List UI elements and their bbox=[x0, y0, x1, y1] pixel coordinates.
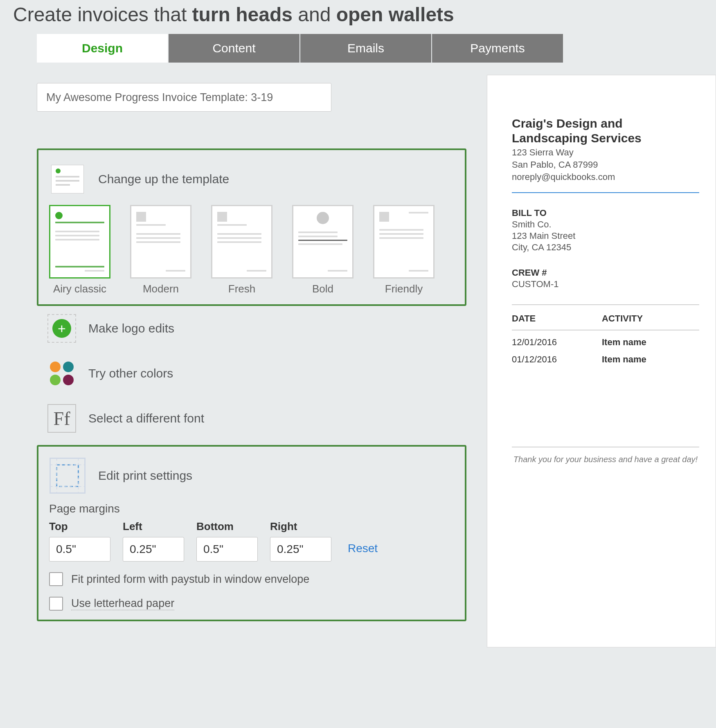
option-try-other-colors[interactable]: Try other colors bbox=[37, 351, 466, 396]
preview-addr1: 123 Sierra Way bbox=[512, 147, 699, 158]
divider-icon bbox=[512, 330, 699, 330]
template-friendly-caption: Friendly bbox=[385, 283, 423, 295]
section-print-settings: Edit print settings Page margins Top Lef… bbox=[37, 445, 466, 621]
tab-emails[interactable]: Emails bbox=[300, 34, 431, 63]
preview-row-activity: Item name bbox=[602, 354, 699, 365]
template-modern[interactable]: Modern bbox=[130, 205, 191, 295]
fit-window-label: Fit printed form with paystub in window … bbox=[71, 573, 309, 586]
invoice-preview: Craig's Design and Landscaping Services … bbox=[487, 75, 716, 647]
template-friendly[interactable]: Friendly bbox=[373, 205, 435, 295]
page-title-b: turn heads bbox=[192, 4, 293, 25]
preview-row-activity: Item name bbox=[602, 337, 699, 348]
template-modern-caption: Modern bbox=[143, 283, 179, 295]
reset-margins-link[interactable]: Reset bbox=[348, 542, 378, 562]
checkbox-use-letterhead[interactable] bbox=[49, 597, 63, 611]
template-airy-classic[interactable]: Airy classic bbox=[49, 205, 110, 295]
preview-crew-label: CREW # bbox=[512, 267, 699, 278]
page-title-a: Create invoices that bbox=[13, 4, 192, 25]
preview-col-activity: ACTIVITY bbox=[602, 313, 699, 324]
tabs: Design Content Emails Payments bbox=[0, 34, 716, 63]
font-icon: Ff bbox=[47, 404, 76, 433]
template-fresh[interactable]: Fresh bbox=[211, 205, 272, 295]
template-airy-caption: Airy classic bbox=[53, 283, 106, 295]
tab-design[interactable]: Design bbox=[37, 34, 168, 63]
color-palette-icon bbox=[47, 359, 76, 388]
letterhead-label: Use letterhead paper bbox=[71, 597, 174, 610]
font-label: Select a different font bbox=[88, 411, 204, 425]
page-title: Create invoices that turn heads and open… bbox=[0, 0, 716, 34]
margin-top-input[interactable] bbox=[49, 537, 110, 562]
page-title-d: open wallets bbox=[336, 4, 454, 25]
margin-top-label: Top bbox=[49, 520, 110, 533]
margin-left-input[interactable] bbox=[123, 537, 184, 562]
section-change-template: Change up the template Airy bbox=[37, 148, 466, 306]
preview-row-date: 12/01/2016 bbox=[512, 337, 602, 348]
add-logo-icon: + bbox=[47, 314, 76, 343]
page-title-c: and bbox=[293, 4, 336, 25]
preview-thank-you: Thank you for your business and have a g… bbox=[512, 455, 699, 464]
page-margins-icon bbox=[49, 457, 86, 494]
margin-left-label: Left bbox=[123, 520, 184, 533]
preview-bill-addr1: 123 Main Street bbox=[512, 231, 699, 241]
preview-company-name: Craig's Design and Landscaping Services bbox=[512, 116, 699, 146]
checkbox-fit-window-envelope[interactable] bbox=[49, 572, 63, 586]
tab-payments[interactable]: Payments bbox=[432, 34, 563, 63]
preview-bill-addr2: City, CA 12345 bbox=[512, 242, 699, 253]
margin-bottom-input[interactable] bbox=[196, 537, 258, 562]
preview-bill-name: Smith Co. bbox=[512, 219, 699, 230]
colors-label: Try other colors bbox=[88, 366, 173, 380]
change-template-label: Change up the template bbox=[98, 172, 229, 186]
preview-crew-value: CUSTOM-1 bbox=[512, 279, 699, 290]
option-make-logo-edits[interactable]: + Make logo edits bbox=[37, 306, 466, 351]
template-doc-icon bbox=[49, 161, 86, 198]
template-bold-caption: Bold bbox=[312, 283, 333, 295]
margin-bottom-label: Bottom bbox=[196, 520, 258, 533]
preview-bill-to-label: BILL TO bbox=[512, 208, 699, 218]
print-settings-label: Edit print settings bbox=[98, 469, 192, 483]
preview-email: noreply@quickbooks.com bbox=[512, 172, 699, 182]
logo-label: Make logo edits bbox=[88, 321, 174, 335]
divider-icon bbox=[512, 192, 699, 193]
preview-addr2: San Pablo, CA 87999 bbox=[512, 160, 699, 170]
margin-right-input[interactable] bbox=[270, 537, 331, 562]
svg-rect-1 bbox=[57, 465, 79, 487]
page-margins-heading: Page margins bbox=[49, 502, 454, 515]
preview-row-date: 01/12/2016 bbox=[512, 354, 602, 365]
preview-col-date: DATE bbox=[512, 313, 602, 324]
margin-right-label: Right bbox=[270, 520, 331, 533]
svg-rect-0 bbox=[50, 458, 85, 493]
divider-icon bbox=[512, 447, 699, 447]
template-bold[interactable]: Bold bbox=[292, 205, 353, 295]
template-name-input[interactable] bbox=[37, 83, 331, 112]
tab-content[interactable]: Content bbox=[169, 34, 299, 63]
template-fresh-caption: Fresh bbox=[228, 283, 255, 295]
divider-icon bbox=[512, 304, 699, 305]
option-select-font[interactable]: Ff Select a different font bbox=[37, 396, 466, 441]
